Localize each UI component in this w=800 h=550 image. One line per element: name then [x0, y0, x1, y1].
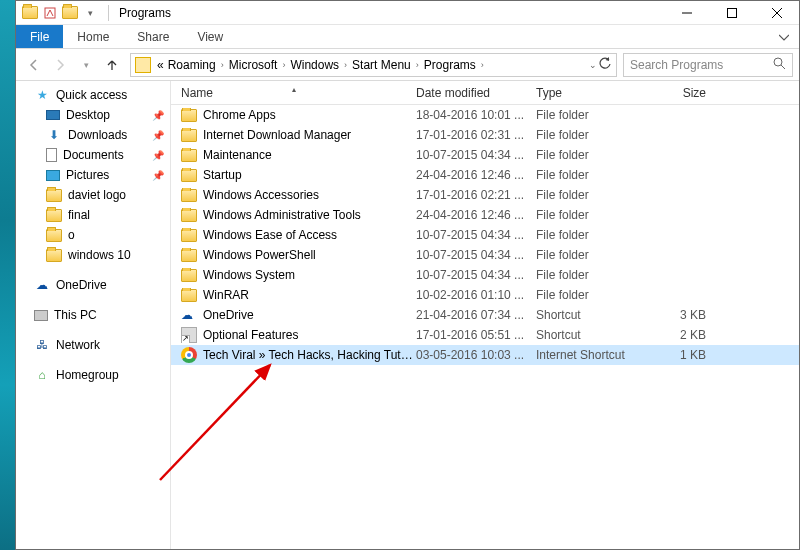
file-row[interactable]: Windows Ease of Access10-07-2015 04:34 .…	[171, 225, 799, 245]
chevron-right-icon[interactable]: ›	[341, 60, 350, 70]
back-button[interactable]	[22, 53, 46, 77]
chevron-right-icon[interactable]: ›	[478, 60, 487, 70]
file-row[interactable]: WinRAR10-02-2016 01:10 ...File folder	[171, 285, 799, 305]
column-header-size[interactable]: Size	[646, 86, 716, 100]
file-row[interactable]: Optional Features17-01-2016 05:51 ...Sho…	[171, 325, 799, 345]
chevron-right-icon[interactable]: ›	[218, 60, 227, 70]
file-row[interactable]: Windows Accessories17-01-2016 02:21 ...F…	[171, 185, 799, 205]
desktop-background-strip	[0, 0, 15, 550]
sidebar-item-label: o	[68, 228, 75, 242]
sidebar-item-desktop[interactable]: Desktop📌	[16, 105, 170, 125]
folder-icon	[181, 109, 197, 122]
onedrive-icon: ☁	[34, 277, 50, 293]
file-name: Windows PowerShell	[203, 248, 316, 262]
onedrive-icon: ☁	[181, 308, 197, 322]
address-dropdown-icon[interactable]: ⌄	[589, 60, 597, 70]
folder-icon	[181, 189, 197, 202]
up-button[interactable]	[100, 53, 124, 77]
window-title: Programs	[113, 6, 171, 20]
folder-icon	[181, 129, 197, 142]
file-row[interactable]: Windows System10-07-2015 04:34 ...File f…	[171, 265, 799, 285]
documents-icon	[46, 148, 57, 162]
sidebar-item-label: windows 10	[68, 248, 131, 262]
tab-home[interactable]: Home	[63, 25, 123, 48]
recent-locations-icon[interactable]: ▾	[74, 53, 98, 77]
minimize-button[interactable]	[664, 1, 709, 25]
sidebar-item-onedrive[interactable]: ☁OneDrive	[16, 275, 170, 295]
sidebar-item-downloads[interactable]: ⬇Downloads📌	[16, 125, 170, 145]
sidebar-item-label: OneDrive	[56, 278, 107, 292]
column-header-type[interactable]: Type	[536, 86, 646, 100]
file-date: 10-07-2015 04:34 ...	[416, 248, 536, 262]
ribbon-expand-icon[interactable]	[769, 25, 799, 48]
file-date: 10-07-2015 04:34 ...	[416, 148, 536, 162]
chevron-right-icon[interactable]: ›	[413, 60, 422, 70]
title-divider	[108, 5, 109, 21]
sidebar-item-recent[interactable]: final	[16, 205, 170, 225]
crumb-programs[interactable]: Programs	[422, 58, 478, 72]
file-row[interactable]: Tech Viral » Tech Hacks, Hacking Tutoria…	[171, 345, 799, 365]
navigation-pane: ★ Quick access Desktop📌 ⬇Downloads📌 Docu…	[16, 81, 171, 549]
qat-dropdown-icon[interactable]: ▾	[82, 5, 98, 21]
file-date: 24-04-2016 12:46 ...	[416, 168, 536, 182]
breadcrumb-overflow[interactable]: «	[155, 58, 166, 72]
file-row[interactable]: Internet Download Manager17-01-2016 02:3…	[171, 125, 799, 145]
chevron-right-icon[interactable]: ›	[279, 60, 288, 70]
file-row[interactable]: Windows PowerShell10-07-2015 04:34 ...Fi…	[171, 245, 799, 265]
file-list-pane: ▴Name Date modified Type Size Chrome App…	[171, 81, 799, 549]
sidebar-quick-access[interactable]: ★ Quick access	[16, 85, 170, 105]
file-size: 3 KB	[646, 308, 716, 322]
svg-line-6	[781, 65, 785, 69]
sidebar-item-recent[interactable]: windows 10	[16, 245, 170, 265]
pin-icon: 📌	[152, 130, 164, 141]
sidebar-item-thispc[interactable]: This PC	[16, 305, 170, 325]
file-row[interactable]: Windows Administrative Tools24-04-2016 1…	[171, 205, 799, 225]
sidebar-item-label: final	[68, 208, 90, 222]
file-name: Windows Accessories	[203, 188, 319, 202]
crumb-roaming[interactable]: Roaming	[166, 58, 218, 72]
file-row[interactable]: Maintenance10-07-2015 04:34 ...File fold…	[171, 145, 799, 165]
properties-icon[interactable]	[42, 5, 58, 21]
sidebar-item-recent[interactable]: o	[16, 225, 170, 245]
file-row[interactable]: Startup24-04-2016 12:46 ...File folder	[171, 165, 799, 185]
file-row[interactable]: Chrome Apps18-04-2016 10:01 ...File fold…	[171, 105, 799, 125]
search-input[interactable]: Search Programs	[623, 53, 793, 77]
content-area: ★ Quick access Desktop📌 ⬇Downloads📌 Docu…	[16, 81, 799, 549]
column-header-name[interactable]: ▴Name	[171, 86, 416, 100]
new-folder-icon[interactable]	[62, 5, 78, 21]
sidebar-item-label: Desktop	[66, 108, 110, 122]
close-button[interactable]	[754, 1, 799, 25]
sidebar-item-homegroup[interactable]: ⌂Homegroup	[16, 365, 170, 385]
crumb-startmenu[interactable]: Start Menu	[350, 58, 413, 72]
column-header-date[interactable]: Date modified	[416, 86, 536, 100]
column-headers: ▴Name Date modified Type Size	[171, 81, 799, 105]
file-type: File folder	[536, 108, 646, 122]
file-name: Windows Administrative Tools	[203, 208, 361, 222]
file-type: File folder	[536, 228, 646, 242]
crumb-windows[interactable]: Windows	[288, 58, 341, 72]
refresh-icon[interactable]	[599, 57, 612, 73]
quick-access-toolbar: ▾	[16, 5, 104, 21]
file-type: Shortcut	[536, 328, 646, 342]
file-type: File folder	[536, 128, 646, 142]
address-bar[interactable]: « Roaming› Microsoft› Windows› Start Men…	[130, 53, 617, 77]
sidebar-item-pictures[interactable]: Pictures📌	[16, 165, 170, 185]
sidebar-item-network[interactable]: 🖧Network	[16, 335, 170, 355]
sidebar-item-documents[interactable]: Documents📌	[16, 145, 170, 165]
file-row[interactable]: ☁OneDrive21-04-2016 07:34 ...Shortcut3 K…	[171, 305, 799, 325]
file-date: 18-04-2016 10:01 ...	[416, 108, 536, 122]
file-date: 17-01-2016 02:31 ...	[416, 128, 536, 142]
file-name: Maintenance	[203, 148, 272, 162]
sidebar-item-recent[interactable]: daviet logo	[16, 185, 170, 205]
crumb-microsoft[interactable]: Microsoft	[227, 58, 280, 72]
thispc-icon	[34, 310, 48, 321]
maximize-button[interactable]	[709, 1, 754, 25]
tab-file[interactable]: File	[16, 25, 63, 48]
tab-share[interactable]: Share	[123, 25, 183, 48]
explorer-icon	[22, 5, 38, 21]
tab-view[interactable]: View	[183, 25, 237, 48]
title-bar: ▾ Programs	[16, 1, 799, 25]
forward-button[interactable]	[48, 53, 72, 77]
pin-icon: 📌	[152, 110, 164, 121]
file-list[interactable]: Chrome Apps18-04-2016 10:01 ...File fold…	[171, 105, 799, 549]
